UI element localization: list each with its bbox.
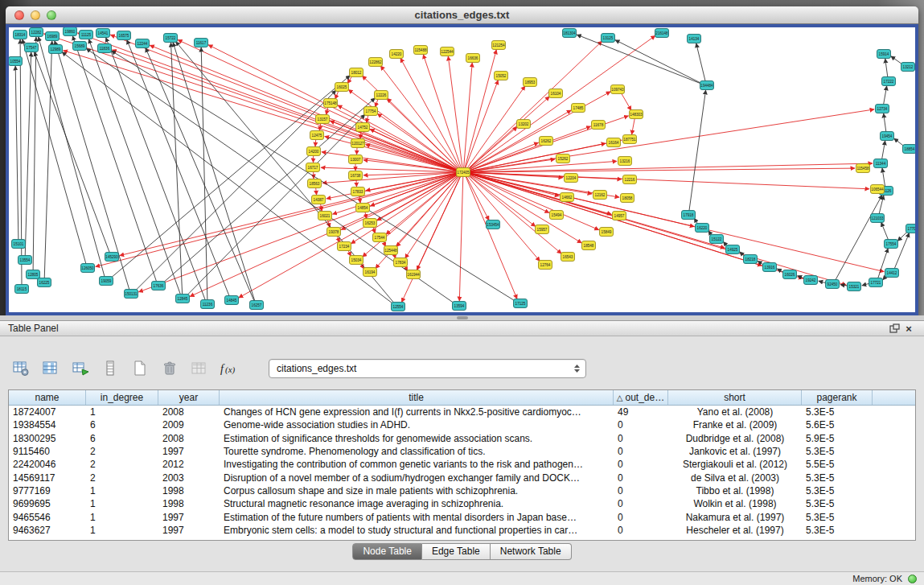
graph-node[interactable]: 13554 [18,256,32,265]
memory-ok-icon[interactable] [908,575,917,583]
column-header-in_degree[interactable]: in_degree [86,390,158,405]
minimize-window-button[interactable] [31,10,40,20]
graph-node[interactable]: 11617 [195,39,208,47]
graph-node[interactable]: 18012 [350,68,363,77]
graph-node[interactable]: 14925 [726,245,740,254]
graph-node[interactable]: 16164 [607,138,621,147]
graph-node[interactable]: 12282 [30,28,43,37]
graph-node[interactable]: 15722 [164,34,178,43]
graph-node[interactable]: 18218 [744,255,758,264]
graph-node[interactable]: 11678 [592,121,606,130]
graph-node[interactable]: 17918 [682,211,696,220]
column-header-title[interactable]: title [220,390,614,405]
graph-node[interactable]: 122544 [441,47,454,56]
graph-node[interactable]: 106544 [871,185,885,194]
graph-node[interactable]: 17636 [152,282,166,290]
graph-node[interactable]: 16738 [349,171,363,180]
graph-node[interactable]: 14845 [225,296,239,305]
graph-node[interactable]: 13007 [349,155,363,164]
graph-node[interactable]: 12845 [176,295,190,303]
graph-node[interactable]: 14854 [356,204,370,212]
graph-node[interactable]: 18953 [524,78,537,87]
graph-node[interactable]: 14541 [97,29,110,38]
graph-node[interactable]: 150131 [125,290,138,299]
graph-node[interactable]: 11236 [201,300,215,309]
graph-node[interactable]: 161944 [407,270,421,279]
graph-node[interactable]: 12244 [136,39,150,48]
graph-node[interactable]: 16194 [363,268,377,277]
graph-node[interactable]: 13157 [316,115,330,124]
graph-node[interactable]: 172405 [457,168,470,177]
graph-node[interactable]: 194484 [700,81,714,90]
close-panel-icon[interactable]: × [901,322,916,335]
column-header-pagerank[interactable]: pagerank [802,390,873,405]
float-panel-icon[interactable] [887,322,901,335]
graph-node[interactable]: 115458 [856,164,870,173]
table-row[interactable]: 969969511998Structural magnetic resonanc… [9,497,915,510]
graph-node[interactable]: 13594 [453,302,466,311]
graph-node[interactable]: 216148 [655,29,669,38]
graph-node[interactable]: 17754 [364,107,378,116]
zoom-window-button[interactable] [47,10,56,20]
graph-node[interactable]: 17485 [572,104,585,113]
column-header-out_de[interactable]: △out_de… [614,390,668,405]
new-document-icon[interactable] [129,357,151,380]
column-header-short[interactable]: short [668,390,802,405]
graph-node[interactable]: 15101 [12,240,26,249]
table-row[interactable]: 1830029562008Estimation of significance … [9,432,915,445]
graph-node[interactable]: 19454 [881,132,894,141]
graph-node[interactable]: 175148 [324,99,338,108]
network-table-select[interactable]: citations_edges.txt [269,359,586,378]
tab-edge-table[interactable]: Edge Table [422,543,491,560]
graph-node[interactable]: 15052 [495,72,508,80]
graph-node[interactable]: 19059 [100,277,113,286]
graph-node[interactable]: 12226 [375,91,388,100]
graph-node[interactable]: 15262 [556,154,570,163]
graph-node[interactable]: 15321 [848,282,861,291]
table-row[interactable]: 946554611997Estimation of the future num… [9,510,915,523]
graph-node[interactable]: 14134 [688,35,701,43]
graph-node[interactable]: 12162 [593,191,607,200]
graph-node[interactable]: 12216 [623,175,637,184]
graph-node[interactable]: 16257 [250,301,264,310]
close-window-button[interactable] [14,10,24,20]
table-columns-icon[interactable] [39,357,62,380]
graph-node[interactable]: 17222 [882,77,896,86]
graph-node[interactable]: 10554 [9,57,23,66]
graph-node[interactable]: 122862 [369,58,383,67]
graph-node[interactable]: 14200 [307,147,321,156]
graph-node[interactable]: 14662 [561,193,574,202]
graph-node[interactable]: 15689 [73,42,87,51]
graph-node[interactable]: 16262 [540,137,553,146]
table-row[interactable]: 911546021997Tourette syndrome. Phenomeno… [9,445,915,458]
table-row[interactable]: 977716911998Corpus callosum shape and si… [9,484,915,497]
graph-node[interactable]: 121033 [871,214,885,223]
graph-node[interactable]: 109743 [611,85,625,94]
table-row[interactable]: 946362711997Embryonic stem cells: a mode… [9,524,915,537]
table-row[interactable]: 2242004622012Investigating the contribut… [9,458,915,471]
column-select-icon[interactable] [99,357,121,380]
table-settings-icon[interactable] [10,357,32,380]
graph-node[interactable]: 18548 [582,241,596,250]
divider-handle[interactable] [457,316,468,319]
function-icon[interactable]: f(x) [218,357,240,380]
graph-node[interactable]: 16225 [38,278,51,287]
graph-node[interactable]: 12734 [876,105,889,113]
column-header-name[interactable]: name [9,390,86,405]
graph-node[interactable]: 13202 [517,120,531,129]
graph-node[interactable]: 16104 [549,89,563,98]
table-row[interactable]: 1938455462009Genome-wide association stu… [9,418,915,431]
graph-node[interactable]: 12805 [27,270,40,279]
tab-node-table[interactable]: Node Table [352,543,422,560]
table-row[interactable]: 1456911722003Disruption of a novel membe… [9,471,915,484]
graph-node[interactable]: 16026 [783,270,797,279]
graph-node[interactable]: 16636 [466,54,480,63]
graph-node[interactable]: 12204 [565,174,578,183]
graph-node[interactable]: 17703 [906,225,916,233]
graph-node[interactable]: 14752 [356,123,370,132]
graph-node[interactable]: 115488 [414,46,428,55]
graph-node[interactable]: 14412 [885,269,899,278]
graph-node[interactable]: 92450 [826,280,840,289]
table-row[interactable]: 1872400712008Changes of HCN gene express… [9,406,915,418]
graph-node[interactable]: 14220 [390,50,404,59]
